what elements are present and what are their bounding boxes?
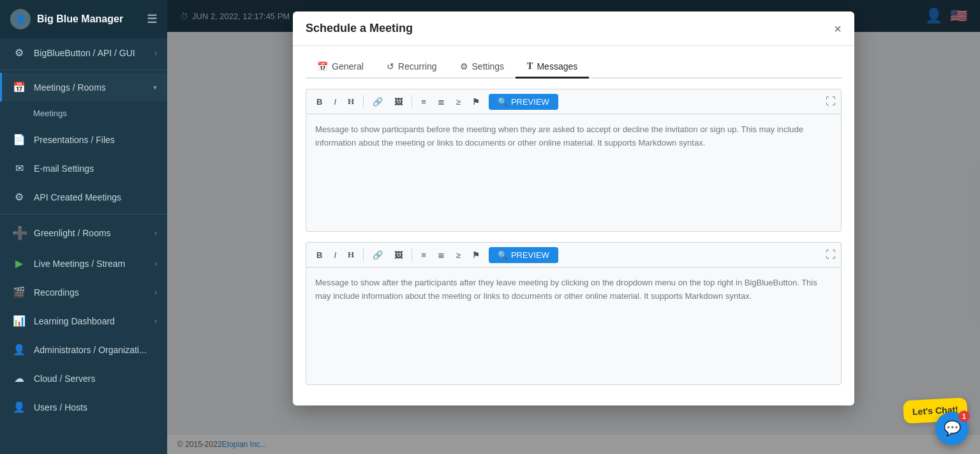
app-avatar-icon: 👤 [10, 9, 31, 29]
quote-button-2[interactable]: ≥ [451, 247, 466, 263]
sidebar-item-label: Meetings / Rooms [34, 82, 106, 93]
sidebar-item-presentations[interactable]: 📄 Presentations / Files [0, 125, 167, 154]
presentations-icon: 📄 [12, 133, 26, 146]
main-content-area: ⏱ JUN 2, 2022, 12:17:45 PM UPC 👤 🇺🇸 Sche… [167, 0, 980, 454]
italic-button-2[interactable]: I [329, 247, 341, 263]
separator-4 [412, 248, 412, 261]
sidebar-item-bigbluebutton[interactable]: ⚙ BigBlueButton / API / GUI › [0, 38, 167, 67]
editor-section-2: B I H 🔗 🖼 ≡ ≣ ≥ ⚑ 🔍 PREVIEW ⛶ [306, 242, 842, 385]
sidebar-item-label: API Created Meetings [34, 192, 121, 202]
tab-general-label: General [332, 61, 364, 72]
preview-button-1[interactable]: 🔍 PREVIEW [489, 94, 558, 110]
chevron-down-icon: ▾ [153, 83, 157, 92]
flag-button-1[interactable]: ⚑ [467, 94, 485, 110]
link-button-2[interactable]: 🔗 [368, 247, 388, 263]
sidebar-item-users-hosts[interactable]: 👤 Users / Hosts [0, 393, 167, 421]
unordered-list-button-2[interactable]: ≣ [433, 247, 450, 263]
italic-button-1[interactable]: I [329, 94, 341, 110]
hamburger-menu-icon[interactable]: ☰ [147, 12, 157, 26]
tab-messages-label: Messages [537, 61, 577, 72]
dashboard-icon: 📊 [12, 315, 26, 327]
separator-2 [412, 95, 412, 108]
sidebar-item-label: Live Meetings / Stream [34, 259, 125, 269]
sidebar-item-greenlight[interactable]: ➕ Greenlight / Rooms › [0, 217, 167, 249]
editor-placeholder-1: Message to show participants before the … [315, 125, 803, 148]
tab-messages[interactable]: T Messages [516, 56, 589, 79]
flag-button-2[interactable]: ⚑ [467, 247, 485, 263]
modal-tabs: 📅 General ↺ Recurring ⚙ Settings T Messa… [306, 56, 842, 79]
sidebar-item-label: Recordings [34, 287, 79, 298]
app-title: Big Blue Manager [37, 13, 123, 25]
bold-button-2[interactable]: B [311, 247, 327, 263]
sidebar: 👤 Big Blue Manager ☰ ⚙ BigBlueButton / A… [0, 0, 167, 454]
ordered-list-button-1[interactable]: ≡ [416, 94, 431, 110]
email-icon: ✉ [12, 162, 26, 174]
sidebar-divider-2 [0, 214, 167, 215]
preview-label-1: PREVIEW [511, 97, 549, 107]
expand-button-2[interactable]: ⛶ [826, 249, 836, 261]
sidebar-item-meetings[interactable]: Meetings [0, 102, 167, 125]
sidebar-item-api-meetings[interactable]: ⚙ API Created Meetings [0, 183, 167, 211]
editor-section-1: B I H 🔗 🖼 ≡ ≣ ≥ ⚑ 🔍 PREVIEW ⛶ [306, 89, 842, 232]
preview-label-2: PREVIEW [511, 250, 549, 260]
bigbluebutton-icon: ⚙ [12, 47, 26, 59]
sidebar-item-label: Meetings [33, 109, 67, 118]
sidebar-item-label: Learning Dashboard [34, 316, 115, 326]
separator-1 [363, 95, 364, 108]
editor-toolbar-2: B I H 🔗 🖼 ≡ ≣ ≥ ⚑ 🔍 PREVIEW ⛶ [306, 242, 842, 267]
sidebar-item-label: Cloud / Servers [34, 374, 95, 384]
heading-button-2[interactable]: H [343, 246, 359, 263]
chevron-right-icon: › [154, 317, 157, 326]
tab-recurring-label: Recurring [398, 61, 437, 72]
unordered-list-button-1[interactable]: ≣ [433, 94, 450, 110]
general-tab-icon: 📅 [317, 61, 328, 72]
api-icon: ⚙ [12, 191, 26, 203]
sidebar-item-cloud-servers[interactable]: ☁ Cloud / Servers [0, 364, 167, 393]
preview-button-2[interactable]: 🔍 PREVIEW [489, 247, 558, 263]
sidebar-item-learning-dashboard[interactable]: 📊 Learning Dashboard › [0, 306, 167, 335]
chevron-right-icon: › [154, 229, 157, 238]
modal-header: Schedule a Meeting × [293, 11, 854, 46]
bold-button-1[interactable]: B [311, 94, 327, 110]
sidebar-item-meetings-rooms[interactable]: 📅 Meetings / Rooms ▾ [0, 73, 167, 102]
chat-notification-badge: 1 [958, 411, 970, 422]
editor-content-2[interactable]: Message to show after the participants a… [306, 267, 842, 385]
settings-tab-icon: ⚙ [460, 61, 468, 72]
tab-recurring[interactable]: ↺ Recurring [375, 56, 449, 79]
image-button-1[interactable]: 🖼 [389, 94, 408, 110]
tab-settings[interactable]: ⚙ Settings [449, 56, 516, 79]
admin-icon: 👤 [12, 344, 26, 356]
editor-placeholder-2: Message to show after the participants a… [315, 278, 817, 301]
recurring-tab-icon: ↺ [387, 61, 394, 72]
expand-button-1[interactable]: ⛶ [826, 96, 836, 107]
sidebar-item-administrators[interactable]: 👤 Administrators / Organizati... [0, 335, 167, 364]
ordered-list-button-2[interactable]: ≡ [416, 247, 431, 263]
recordings-icon: 🎬 [12, 286, 26, 298]
meetings-icon: 📅 [12, 81, 26, 93]
editor-content-1[interactable]: Message to show participants before the … [306, 114, 842, 232]
sidebar-item-label: BigBlueButton / API / GUI [34, 48, 135, 58]
heading-button-1[interactable]: H [343, 93, 359, 110]
chevron-right-icon: › [154, 259, 157, 268]
sidebar-item-recordings[interactable]: 🎬 Recordings › [0, 278, 167, 306]
messages-tab-icon: T [527, 61, 533, 72]
sidebar-item-label: Greenlight / Rooms [34, 228, 111, 238]
quote-button-1[interactable]: ≥ [451, 94, 466, 110]
sidebar-header: 👤 Big Blue Manager ☰ [0, 0, 167, 38]
sidebar-item-label: Users / Hosts [34, 402, 87, 412]
cloud-icon: ☁ [12, 372, 26, 384]
users-icon: 👤 [12, 401, 26, 413]
editor-toolbar-1: B I H 🔗 🖼 ≡ ≣ ≥ ⚑ 🔍 PREVIEW ⛶ [306, 89, 842, 114]
sidebar-item-label: Administrators / Organizati... [34, 345, 147, 355]
sidebar-item-email-settings[interactable]: ✉ E-mail Settings [0, 154, 167, 183]
chat-open-button[interactable]: 💬 1 [935, 412, 969, 445]
modal-close-button[interactable]: × [834, 22, 842, 35]
image-button-2[interactable]: 🖼 [389, 247, 408, 263]
tab-general[interactable]: 📅 General [306, 56, 375, 79]
sidebar-item-live-meetings[interactable]: ▶ Live Meetings / Stream › [0, 249, 167, 278]
sidebar-item-label: E-mail Settings [34, 163, 94, 174]
sidebar-divider [0, 70, 167, 70]
preview-search-icon-2: 🔍 [498, 250, 508, 260]
schedule-meeting-modal: Schedule a Meeting × 📅 General ↺ Recurri… [293, 11, 854, 405]
link-button-1[interactable]: 🔗 [368, 94, 388, 110]
